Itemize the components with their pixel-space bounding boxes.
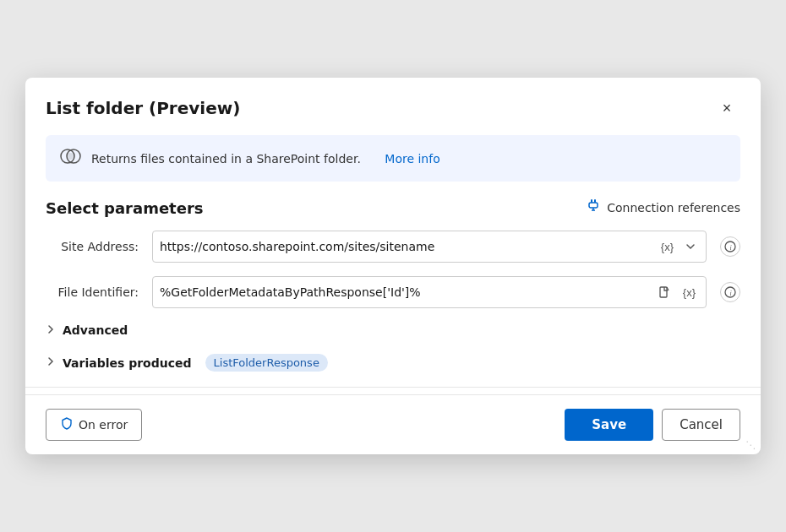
close-button[interactable]: × — [713, 95, 740, 122]
section-header: Select parameters Connection references — [25, 182, 761, 227]
on-error-button[interactable]: On error — [46, 409, 142, 441]
dialog-header: List folder (Preview) × — [25, 78, 761, 135]
dialog-footer: On error Save Cancel — [25, 394, 761, 454]
variables-label: Variables produced — [63, 356, 192, 370]
variables-badge: ListFolderResponse — [205, 354, 328, 372]
connection-references-button[interactable]: Connection references — [585, 198, 740, 217]
site-address-input[interactable] — [160, 240, 652, 253]
save-button[interactable]: Save — [565, 409, 653, 441]
file-identifier-info-button[interactable]: i — [720, 282, 740, 302]
svg-rect-5 — [589, 203, 598, 208]
svg-point-2 — [67, 153, 74, 160]
footer-divider — [25, 387, 761, 388]
svg-rect-10 — [660, 287, 667, 297]
dialog-title: List folder (Preview) — [46, 98, 240, 118]
info-banner-icon — [59, 145, 81, 171]
file-identifier-token-button[interactable]: {x} — [680, 285, 699, 301]
params-area: Site Address: {x} i File Identifier: — [25, 227, 761, 315]
advanced-chevron-icon — [46, 324, 56, 337]
site-address-label: Site Address: — [46, 240, 139, 253]
svg-text:i: i — [730, 290, 732, 297]
site-address-row: Site Address: {x} i — [46, 231, 740, 263]
dialog: List folder (Preview) × Returns files co… — [25, 78, 761, 454]
variables-chevron-icon — [46, 356, 56, 369]
site-address-info-button[interactable]: i — [720, 236, 740, 257]
on-error-label: On error — [79, 418, 128, 432]
file-identifier-input-wrapper: {x} — [152, 276, 707, 308]
connection-references-label: Connection references — [607, 201, 740, 214]
more-info-link[interactable]: More info — [385, 152, 439, 166]
advanced-collapsible[interactable]: Advanced — [25, 315, 761, 345]
site-address-chevron-button[interactable] — [682, 240, 699, 253]
file-identifier-file-button[interactable] — [654, 284, 674, 301]
advanced-label: Advanced — [63, 323, 128, 337]
info-banner: Returns files contained in a SharePoint … — [46, 135, 740, 182]
file-identifier-label: File Identifier: — [46, 285, 139, 299]
footer-right-actions: Save Cancel — [565, 409, 740, 441]
plug-icon — [585, 198, 600, 217]
section-title: Select parameters — [46, 199, 204, 217]
cancel-button[interactable]: Cancel — [662, 409, 740, 441]
site-address-input-wrapper: {x} — [152, 231, 707, 263]
file-identifier-input[interactable] — [160, 285, 649, 299]
file-identifier-row: File Identifier: {x} i — [46, 276, 740, 308]
svg-text:i: i — [730, 244, 732, 252]
info-banner-text: Returns files contained in a SharePoint … — [91, 152, 361, 166]
site-address-token-button[interactable]: {x} — [658, 239, 677, 255]
variables-collapsible[interactable]: Variables produced ListFolderResponse — [25, 345, 761, 380]
shield-icon — [60, 416, 74, 433]
